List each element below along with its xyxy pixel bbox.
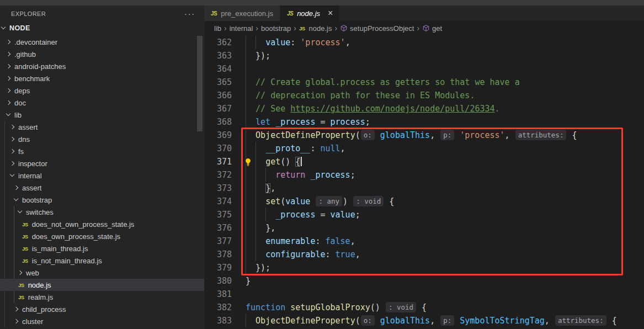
tree-item-web[interactable]: web xyxy=(0,267,204,279)
chevron-down-icon xyxy=(6,112,10,116)
code-line-375[interactable]: 375 _process = value; xyxy=(204,208,644,221)
code-line-368[interactable]: 368 let _process = process; xyxy=(204,115,644,129)
code-line-380[interactable]: 380} xyxy=(204,274,644,288)
tree-item-.devcontainer[interactable]: .devcontainer xyxy=(0,36,204,48)
code-line-text: get() { xyxy=(246,155,302,168)
tree-item-fs[interactable]: fs xyxy=(0,145,204,157)
tree-item-benchmark[interactable]: benchmark xyxy=(0,72,204,84)
tree-item-label: lib xyxy=(14,111,22,119)
tree-item-doc[interactable]: doc xyxy=(0,97,204,109)
tree-item-node.js[interactable]: JSnode.js xyxy=(0,279,204,291)
code-line-text: enumerable: false, xyxy=(246,235,355,248)
breadcrumb-item-node.js[interactable]: JSnode.js xyxy=(299,24,332,33)
indent-guide xyxy=(246,248,246,261)
tree-item-assert[interactable]: assert xyxy=(0,121,204,133)
chevron-down-icon xyxy=(14,197,18,201)
js-file-icon: JS xyxy=(22,234,28,240)
tab-pre_execution.js[interactable]: JSpre_execution.js xyxy=(204,6,280,21)
tree-item-label: realm.js xyxy=(28,293,54,301)
chevron-right-icon xyxy=(6,100,10,105)
code-line-376[interactable]: 376 }, xyxy=(204,221,644,235)
code-line-372[interactable]: 372 return _process; xyxy=(204,168,644,182)
code-line-379[interactable]: 379 }); xyxy=(204,261,644,274)
tree-item-.github[interactable]: .github xyxy=(0,48,204,60)
chevron-right-icon xyxy=(10,161,14,166)
breadcrumb-separator-icon: › xyxy=(417,24,419,33)
code-line-383[interactable]: 383 ObjectDefineProperty(o: globalThis, … xyxy=(204,314,644,327)
code-editor[interactable]: 362 value: 'process',363 });364365 // Cr… xyxy=(204,35,644,329)
tree-item-child_process[interactable]: child_process xyxy=(0,303,204,315)
breadcrumb-item-bootstrap[interactable]: bootstrap xyxy=(261,24,291,33)
tree-item-label: is_main_thread.js xyxy=(32,245,88,253)
tree-item-does_not_own_process_state.js[interactable]: JSdoes_not_own_process_state.js xyxy=(0,218,204,230)
tree-item-internal[interactable]: internal xyxy=(0,169,204,182)
indent-guide xyxy=(246,261,246,274)
js-file-icon: JS xyxy=(299,25,305,31)
tree-item-cluster[interactable]: cluster xyxy=(0,315,204,327)
code-line-365[interactable]: 365 // Create global.process as getters … xyxy=(204,76,644,89)
indent-guide xyxy=(246,235,246,248)
tree-item-android-patches[interactable]: android-patches xyxy=(0,60,204,72)
code-line-373[interactable]: 373 }, xyxy=(204,182,644,195)
breadcrumb-item-get[interactable]: get xyxy=(422,24,442,33)
tree-item-realm.js[interactable]: JSrealm.js xyxy=(0,291,204,303)
workspace-root-node[interactable]: NODE xyxy=(0,22,204,34)
code-line-363[interactable]: 363 }); xyxy=(204,49,644,62)
tree-item-inspector[interactable]: inspector xyxy=(0,157,204,169)
code-line-378[interactable]: 378 configurable: true, xyxy=(204,248,644,261)
code-line-369[interactable]: 369 ObjectDefineProperty(o: globalThis, … xyxy=(204,129,644,142)
code-line-374[interactable]: 374 set(value : any) : void { xyxy=(204,195,644,208)
breadcrumb-item-setupprocessobject[interactable]: setupProcessObject xyxy=(340,24,414,33)
line-number: 377 xyxy=(204,235,232,248)
chevron-right-icon xyxy=(14,185,18,190)
tree-item-label: does_not_own_process_state.js xyxy=(32,220,135,229)
tree-item-label: node.js xyxy=(28,281,51,289)
code-line-381[interactable]: 381 xyxy=(204,288,644,301)
code-line-text: _process = value; xyxy=(246,208,360,221)
tree-item-deps[interactable]: deps xyxy=(0,84,204,97)
tree-item-label: internal xyxy=(18,172,42,180)
chevron-right-icon xyxy=(10,137,14,141)
tree-item-label: switches xyxy=(26,208,54,216)
js-file-icon: JS xyxy=(22,221,28,227)
breadcrumb-separator-icon: › xyxy=(334,24,337,33)
tab-node.js[interactable]: JSnode.js× xyxy=(280,6,340,21)
tree-item-lib[interactable]: lib xyxy=(0,109,204,121)
lightbulb-icon[interactable] xyxy=(244,157,252,166)
breadcrumb-separator-icon: › xyxy=(256,24,258,33)
code-line-366[interactable]: 366 // deprecation path for these in ES … xyxy=(204,89,644,102)
code-line-377[interactable]: 377 enumerable: false, xyxy=(204,235,644,248)
tree-item-dns[interactable]: dns xyxy=(0,133,204,145)
code-line-370[interactable]: 370 __proto__: null, xyxy=(204,142,644,155)
more-actions-icon[interactable]: ··· xyxy=(184,9,195,18)
code-line-371[interactable]: 371 get() { xyxy=(204,155,644,168)
chevron-right-icon xyxy=(6,40,10,44)
tree-item-switches[interactable]: switches xyxy=(0,206,204,218)
chevron-right-icon xyxy=(14,319,18,323)
breadcrumb-item-lib[interactable]: lib xyxy=(214,24,221,33)
breadcrumb-item-internal[interactable]: internal xyxy=(230,24,253,33)
tree-item-assert[interactable]: assert xyxy=(0,182,204,194)
breadcrumb-separator-icon: › xyxy=(294,24,296,33)
code-line-367[interactable]: 367 // See https://github.com/nodejs/nod… xyxy=(204,102,644,115)
line-number: 369 xyxy=(204,129,232,142)
line-number: 364 xyxy=(204,62,232,76)
close-icon[interactable]: × xyxy=(328,9,333,18)
chevron-right-icon xyxy=(6,64,10,68)
tree-item-label: dns xyxy=(18,135,30,144)
tab-label: pre_execution.js xyxy=(221,9,273,18)
sidebar-scrollbar[interactable] xyxy=(197,36,203,131)
tree-item-bootstrap[interactable]: bootstrap xyxy=(0,194,204,206)
breadcrumb-item-label: node.js xyxy=(309,24,332,33)
code-line-text: set(value : any) : void { xyxy=(246,195,394,208)
tree-item-label: assert xyxy=(22,184,41,192)
line-number: 370 xyxy=(204,142,232,155)
tree-item-label: does_own_process_state.js xyxy=(32,232,120,241)
js-file-icon: JS xyxy=(18,282,24,288)
tree-item-is_main_thread.js[interactable]: JSis_main_thread.js xyxy=(0,242,204,254)
code-line-362[interactable]: 362 value: 'process', xyxy=(204,36,644,49)
code-line-382[interactable]: 382function setupGlobalProxy() : void { xyxy=(204,301,644,314)
tree-item-is_not_main_thread.js[interactable]: JSis_not_main_thread.js xyxy=(0,254,204,267)
tree-item-does_own_process_state.js[interactable]: JSdoes_own_process_state.js xyxy=(0,230,204,242)
code-line-364[interactable]: 364 xyxy=(204,62,644,76)
